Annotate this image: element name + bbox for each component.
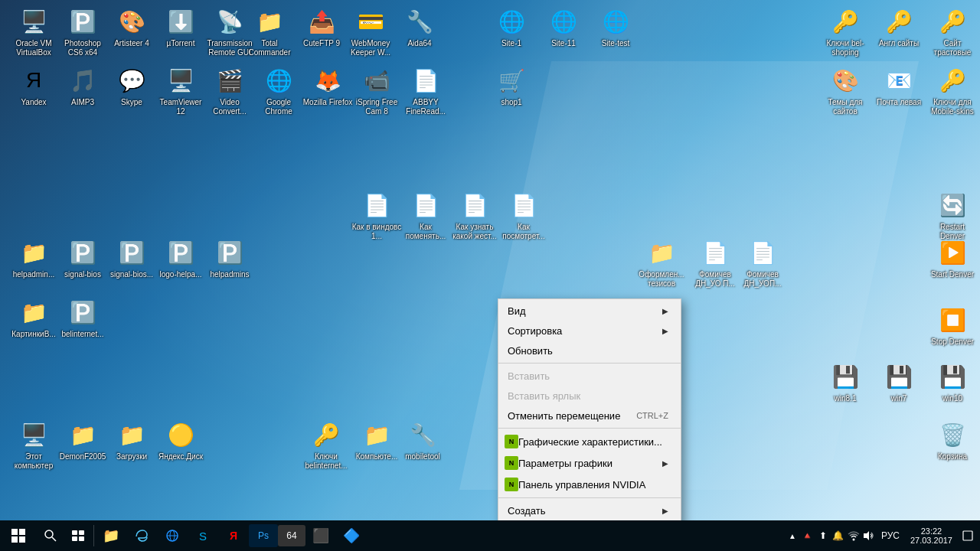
desktop-icon-total-commander[interactable]: 📁Total Commander	[242, 6, 297, 58]
icon-image-fomichev1: 📄	[700, 237, 730, 268]
desktop-icon-video-converter[interactable]: 🎬Video Convert...	[202, 65, 257, 117]
icon-label-signal-bios2: signal-bios...	[109, 269, 155, 280]
desktop-icon-angl-saity[interactable]: 🔑Англ сайты	[871, 6, 926, 49]
menu-item-vid[interactable]: Вид▶	[498, 301, 681, 321]
taskbar-app-edge[interactable]	[126, 521, 157, 550]
desktop-icon-helpadmins2[interactable]: 🅿️helpadmins	[202, 237, 257, 280]
desktop-icon-stop-denver[interactable]: ⏹️Stop Denver	[925, 305, 980, 347]
desktop-icon-yandex[interactable]: ЯYandex	[6, 65, 61, 108]
icon-image-transmission: 📡	[214, 6, 245, 37]
desktop-icon-aimp3[interactable]: 🎵AIMP3	[55, 65, 110, 108]
desktop-icon-cuteftp[interactable]: 📤CuteFTP 9	[294, 6, 349, 49]
desktop-icon-abbyy[interactable]: 📄ABBYY FineRead...	[398, 65, 453, 117]
desktop-icon-google-chrome[interactable]: 🌐Google Chrome	[251, 65, 306, 117]
desktop-icon-etot-kompyuter[interactable]: 🖥️Этот компьютер	[6, 419, 61, 471]
menu-item-sozdat[interactable]: Создать▶	[498, 500, 681, 520]
menu-separator-sep3	[498, 497, 681, 498]
menu-item-panel-nvidia[interactable]: NПанель управления NVIDIA	[498, 474, 681, 495]
desktop-icon-fomichev2[interactable]: 📄Фомичев ДН_УОП...	[735, 237, 790, 289]
tray-icon-2[interactable]: ⬆	[815, 520, 831, 551]
desktop-icon-korzina[interactable]: 🗑️Корзина	[925, 419, 980, 462]
desktop-icon-signal-bios[interactable]: 🅿️signal-bios	[55, 237, 110, 280]
tray-clock[interactable]: 23:22 27.03.2017	[904, 520, 959, 551]
svg-marker-14	[864, 531, 869, 540]
taskbar-app-yandex[interactable]: Я	[218, 521, 249, 550]
desktop-icon-teamviewer[interactable]: 🖥️TeamViewer 12	[153, 65, 208, 117]
menu-item-parametry-grafiki[interactable]: NПараметры графики▶	[498, 452, 681, 474]
action-center-button[interactable]	[959, 520, 977, 551]
desktop-icon-firefox[interactable]: 🦊Mozilla Firefox	[300, 65, 355, 108]
desktop-icon-utorrent[interactable]: ⬇️µTorrent	[153, 6, 208, 49]
taskbar-app-misc2[interactable]: 🔷	[336, 521, 367, 550]
desktop-icon-site11[interactable]: 🌐Site-11	[536, 6, 591, 49]
icon-image-win10: 💾	[937, 361, 968, 392]
desktop-icon-sayt-trastovye[interactable]: 🔑Сайт трастовые	[925, 6, 980, 58]
icon-label-start-denver: Start Denver	[929, 269, 975, 280]
menu-item-vstavit: Вставить	[498, 366, 681, 386]
desktop-icon-aida64[interactable]: 🔧Aida64	[392, 6, 447, 49]
desktop-icon-klychi-belinternet[interactable]: 🔑Ключи belinternet...	[299, 419, 354, 471]
tray-icon-1[interactable]: 🔺	[800, 520, 815, 551]
icon-image-kak-v-windows: 📄	[361, 190, 392, 220]
desktop-icon-site1[interactable]: 🌐Site-1	[484, 6, 539, 49]
menu-item-otmenit-peremeshenie[interactable]: Отменить перемещениеCTRL+Z	[498, 406, 681, 425]
desktop-icon-webmoney[interactable]: 💳WebMoney Keeper W...	[343, 6, 398, 58]
start-button[interactable]	[0, 520, 37, 551]
desktop-icon-klychi-bel[interactable]: 🔑Ключи bel-shoping	[818, 6, 873, 58]
desktop-icon-klychi-mobile[interactable]: 🔑Ключи для Mobile-skins	[925, 65, 980, 117]
desktop-icon-kartinki[interactable]: 📁КартинкиВ...	[6, 297, 61, 340]
desktop-icon-oformlen-tezisov[interactable]: 📁Оформлен... тезисов	[634, 237, 689, 289]
tray-expand-button[interactable]: ▲	[785, 520, 800, 551]
menu-item-sortirovka[interactable]: Сортировка▶	[498, 321, 681, 341]
taskbar-app-ie[interactable]	[157, 521, 188, 550]
desktop-icon-photoshop-cs6[interactable]: 🅿️Photoshop CS6 x64	[55, 6, 110, 58]
desktop-icon-signal-bios2[interactable]: 🅿️signal-bios...	[104, 237, 159, 280]
desktop-icon-shop1[interactable]: 🛒shop1	[484, 65, 539, 108]
menu-item-obnovit[interactable]: Обновить	[498, 341, 681, 360]
desktop-icon-logo-helpa[interactable]: 🅿️logo-helpa...	[153, 237, 208, 280]
desktop-icon-skype[interactable]: 💬Skype	[104, 65, 159, 108]
icon-label-klychi-mobile: Ключи для Mobile-skins	[926, 97, 979, 117]
desktop-icon-restart-denver[interactable]: 🔄Restart Denver	[925, 190, 980, 242]
taskbar-app-explorer[interactable]: 📁	[96, 521, 126, 550]
taskbar-app-photoshop[interactable]: Ps	[249, 524, 278, 547]
desktop-icon-mobiletool[interactable]: 🔧mobiletool	[395, 419, 450, 462]
desktop-icon-ispring[interactable]: 📹iSpring Free Cam 8	[349, 65, 404, 117]
desktop-icon-zagruzki[interactable]: 📁Загрузки	[104, 419, 159, 462]
desktop-icon-artisteer[interactable]: 🎨Artisteer 4	[104, 6, 159, 49]
icon-image-demon2005: 📁	[67, 419, 98, 450]
desktop-icon-win10[interactable]: 💾win10	[925, 361, 980, 404]
desktop-icon-oracle-vm[interactable]: 🖥️Oracle VM VirtualBox	[6, 6, 61, 58]
tray-icon-wifi[interactable]	[846, 520, 861, 551]
desktop: 🖥️Oracle VM VirtualBox🅿️Photoshop CS6 x6…	[0, 0, 980, 520]
tray-icon-3[interactable]: 🔔	[831, 520, 846, 551]
desktop-icon-belinternet[interactable]: 🅿️belinternet...	[55, 297, 110, 340]
taskbar-app-skype[interactable]: S	[188, 521, 218, 550]
desktop-icon-win81[interactable]: 💾win8.1	[818, 361, 873, 404]
desktop-icon-yandex-disk[interactable]: 🟡Яндекс.Диск	[153, 419, 208, 462]
menu-item-graficheskie-harakt[interactable]: NГрафические характеристики...	[498, 431, 681, 452]
taskbar-pinned-apps: 📁 S Я Ps 64 ⬛ 🔷	[96, 520, 367, 551]
icon-image-video-converter: 🎬	[214, 65, 245, 96]
taskbar-app-aida[interactable]: 64	[278, 525, 305, 546]
desktop-icon-temy-saytov[interactable]: 🎨Темы для сайтов	[818, 65, 873, 117]
taskbar-search-button[interactable]	[37, 520, 64, 551]
desktop-icon-demon2005[interactable]: 📁DemonF2005	[55, 419, 110, 462]
desktop-icon-kak-uznat[interactable]: 📄Как узнать какой жест...	[447, 190, 502, 242]
desktop-icon-helpadmin[interactable]: 📁helpadmin...	[6, 237, 61, 280]
icon-image-artisteer: 🎨	[116, 6, 147, 37]
taskbar-task-view-button[interactable]	[64, 520, 92, 551]
tray-icon-volume[interactable]	[861, 520, 877, 551]
desktop-icon-site-test[interactable]: 🌐Site-test	[588, 6, 643, 49]
desktop-icon-pochta-levaya[interactable]: 📧Почта левая	[871, 65, 926, 108]
svg-point-13	[852, 539, 854, 541]
desktop-icon-kak-posmotret[interactable]: 📄Как посмотрет...	[496, 190, 551, 242]
desktop-icon-kak-pomenyat[interactable]: 📄Как поменять...	[398, 190, 453, 242]
desktop-icon-win7[interactable]: 💾win7	[871, 361, 926, 404]
icon-label-aida64: Aida64	[406, 38, 433, 49]
desktop-icon-start-denver[interactable]: ▶️Start Denver	[925, 237, 980, 280]
tray-language[interactable]: РУС	[877, 520, 904, 551]
taskbar-app-misc1[interactable]: ⬛	[305, 521, 336, 550]
desktop-icon-fomichev1[interactable]: 📄Фомичев ДН_УО П...	[688, 237, 743, 289]
desktop-icon-kak-v-windows[interactable]: 📄Как в виндовс 1...	[349, 190, 404, 242]
